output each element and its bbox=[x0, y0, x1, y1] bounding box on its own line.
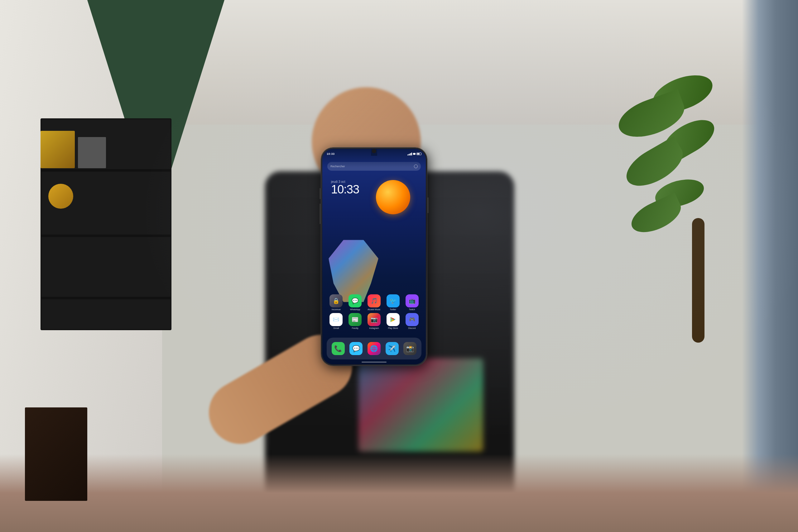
app-icon-whatsapp[interactable]: 💬 bbox=[348, 294, 362, 307]
app-label-unknown: Inconnue bbox=[332, 308, 341, 310]
battery-fill bbox=[417, 153, 420, 154]
shelf-row bbox=[41, 169, 170, 172]
app-icon-gmail[interactable]: ✉️ bbox=[329, 313, 343, 326]
app-icon-unknown[interactable]: 🔒 bbox=[329, 294, 343, 307]
instagram-emoji: 📷 bbox=[370, 317, 378, 322]
shelf-item-box bbox=[78, 137, 106, 168]
gmail-emoji: ✉️ bbox=[333, 317, 339, 322]
app-label-music: Alcatel Music bbox=[367, 308, 380, 310]
app-item-gmail[interactable]: ✉️ Gmail bbox=[328, 313, 344, 329]
dock-browser[interactable]: 🌐 bbox=[367, 342, 381, 355]
app-item-feedly[interactable]: 📰 Feedly bbox=[347, 313, 363, 329]
app-icon-twitch[interactable]: 📺 bbox=[405, 294, 419, 307]
volume-down-button bbox=[320, 204, 321, 224]
app-icon-playstore[interactable] bbox=[386, 313, 400, 326]
app-icon-feedly[interactable]: 📰 bbox=[348, 313, 362, 326]
plant-right bbox=[636, 62, 761, 343]
app-item-unknown[interactable]: 🔒 Inconnue bbox=[328, 294, 344, 310]
signal-bar-3 bbox=[410, 153, 411, 155]
app-icon-instagram[interactable]: 📷 bbox=[367, 313, 381, 326]
app-icon-music[interactable]: 🎵 bbox=[367, 294, 381, 307]
status-icons bbox=[407, 153, 421, 155]
signal-bar-2 bbox=[409, 154, 410, 155]
app-item-music[interactable]: 🎵 Alcatel Music bbox=[366, 294, 382, 310]
app-label-playstore: Play Store bbox=[388, 327, 398, 329]
signal-bar-1 bbox=[407, 154, 409, 155]
smartphone: 10:33 Rechercher bbox=[321, 148, 427, 366]
phone-wrapper: 10:33 Rechercher bbox=[321, 148, 427, 366]
music-emoji: 🎵 bbox=[370, 298, 378, 304]
phone-screen: 10:33 Rechercher bbox=[322, 149, 426, 364]
shelf-row bbox=[41, 297, 170, 299]
hoodie-graphic bbox=[359, 358, 483, 452]
app-label-twitch: Twitch bbox=[409, 308, 415, 310]
app-label-discord: Discord bbox=[409, 327, 416, 329]
wifi-icon bbox=[413, 153, 416, 155]
feedly-emoji: 📰 bbox=[351, 317, 359, 322]
app-row-2: ✉️ Gmail 📰 Feedly 📷 Insta bbox=[327, 313, 421, 329]
signal-bar-4 bbox=[411, 153, 412, 155]
power-button bbox=[427, 197, 429, 213]
twitter-emoji: 🐦 bbox=[389, 298, 397, 304]
app-label-gmail: Gmail bbox=[333, 327, 339, 329]
dock-telegram[interactable]: ✈️ bbox=[386, 342, 399, 355]
discord-emoji: 🎮 bbox=[409, 317, 415, 322]
phone-datetime: jeudi 3 oct 10:33 bbox=[331, 180, 359, 195]
app-label-twitter: Twitter bbox=[389, 308, 396, 310]
shelf-row bbox=[41, 234, 170, 237]
home-indicator bbox=[362, 362, 386, 363]
shelf-item-globe bbox=[48, 184, 73, 209]
app-label-whatsapp: WhatsApp bbox=[350, 308, 360, 310]
dock-camera[interactable]: 📸 bbox=[403, 342, 416, 355]
floor-area bbox=[0, 454, 798, 532]
shelf-item-jar bbox=[40, 131, 75, 168]
plant-stem bbox=[692, 218, 705, 343]
whatsapp-emoji: 💬 bbox=[351, 298, 359, 304]
vinyl-records bbox=[25, 407, 87, 501]
app-item-discord[interactable]: 🎮 Discord bbox=[404, 313, 420, 329]
wallpaper-orb bbox=[376, 180, 410, 214]
signal-bars bbox=[407, 153, 412, 155]
app-item-twitter[interactable]: 🐦 Twitter bbox=[385, 294, 401, 310]
phone-dock: 📞 💬 🌐 ✈️ 📸 bbox=[327, 338, 421, 359]
lock-emoji: 🔒 bbox=[332, 298, 340, 304]
dock-messages[interactable]: 💬 bbox=[349, 342, 363, 355]
volume-up-button bbox=[320, 188, 321, 199]
app-label-instagram: Instagram bbox=[369, 327, 379, 329]
app-item-playstore[interactable]: Play Store bbox=[385, 313, 401, 329]
app-icon-discord[interactable]: 🎮 bbox=[405, 313, 419, 326]
app-icon-twitter[interactable]: 🐦 bbox=[386, 294, 400, 307]
app-item-instagram[interactable]: 📷 Instagram bbox=[366, 313, 382, 329]
playstore-svg bbox=[389, 316, 397, 323]
app-item-whatsapp[interactable]: 💬 WhatsApp bbox=[347, 294, 363, 310]
app-item-twitch[interactable]: 📺 Twitch bbox=[404, 294, 420, 310]
app-grid: 🔒 Inconnue 💬 WhatsApp 🎵 bbox=[322, 294, 426, 332]
twitch-emoji: 📺 bbox=[409, 298, 416, 304]
app-label-feedly: Feedly bbox=[352, 327, 359, 329]
phone-time: 10:33 bbox=[331, 184, 359, 195]
wallpaper-crystal bbox=[329, 240, 378, 302]
app-row-1: 🔒 Inconnue 💬 WhatsApp 🎵 bbox=[327, 294, 421, 310]
battery-icon bbox=[416, 153, 421, 155]
status-time: 10:33 bbox=[327, 152, 335, 155]
dock-phone[interactable]: 📞 bbox=[332, 342, 345, 355]
phone-notch bbox=[371, 149, 377, 156]
